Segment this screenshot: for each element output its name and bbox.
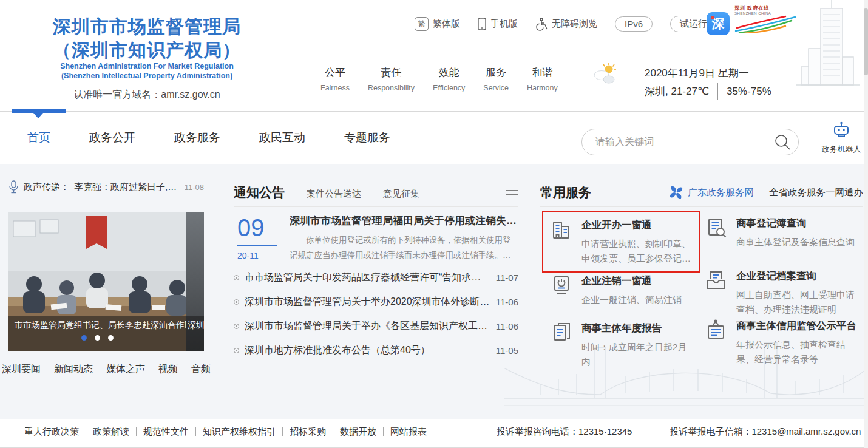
value-harmony: 和谐Harmony bbox=[527, 66, 558, 92]
app-icon-red-dot bbox=[711, 16, 714, 19]
tab-audio[interactable]: 音频 bbox=[191, 363, 211, 376]
gov-robot-button[interactable]: 政务机器人 bbox=[818, 121, 864, 155]
footer-link-ip-rights-guide[interactable]: 知识产权维权指引 bbox=[203, 426, 276, 438]
shenzhen-china-logo[interactable]: 深圳 政府在线 SHENZHEN CHINA bbox=[734, 5, 798, 36]
carousel-dot-2[interactable] bbox=[95, 335, 100, 341]
footer-link-site-report[interactable]: 网站报表 bbox=[390, 426, 427, 438]
main-content: 政声传递： 李克强：政府过紧日子,让群... 11-08 bbox=[0, 164, 868, 419]
notice-title[interactable]: 深圳市地方标准批准发布公告（总第40号） bbox=[245, 344, 490, 357]
footer-link-bidding[interactable]: 招标采购 bbox=[290, 426, 326, 438]
more-icon[interactable] bbox=[506, 188, 518, 198]
service-desc: 时间：成立周年之日起2月内 bbox=[581, 340, 695, 369]
service-enterprise-cancellation[interactable]: 企业注销一窗通 企业一般注销、简易注销 bbox=[549, 273, 695, 307]
traditional-label: 繁体版 bbox=[433, 18, 460, 30]
traditional-version-link[interactable]: 繁 繁体版 bbox=[415, 17, 460, 31]
featured-title[interactable]: 深圳市市场监督管理局福田局关于停用或注销失联... bbox=[290, 214, 518, 228]
core-values-row: 公平Fairness 责任Responsibility 效能Efficiency… bbox=[320, 66, 558, 92]
utility-bar: 繁 繁体版 手机版 无障碍浏览 IPv6 试运行 bbox=[415, 16, 717, 32]
bullet-icon bbox=[234, 324, 239, 329]
notice-title[interactable]: 市市场监管局关于印发药品医疗器械经营许可“告知承诺制... bbox=[245, 271, 490, 284]
mobile-label: 手机版 bbox=[490, 18, 518, 30]
notice-title[interactable]: 深圳市市场监督管理局关于举办《各区基层知识产权工作人... bbox=[245, 320, 490, 333]
nav-item-gov-info[interactable]: 政务公开 bbox=[89, 130, 135, 146]
ticker-date: 11-08 bbox=[185, 183, 204, 192]
service-title: 企业开办一窗通 bbox=[581, 219, 693, 232]
buildings-icon bbox=[549, 217, 574, 266]
footer-separator bbox=[282, 427, 283, 436]
tab-news-updates[interactable]: 新闻动态 bbox=[54, 363, 93, 376]
service-desc: 商事主体登记及备案信息查询 bbox=[736, 235, 855, 249]
tab-media-voice[interactable]: 媒体之声 bbox=[106, 363, 145, 376]
notices-header: 通知公告 案件公告送达 意见征集 bbox=[234, 184, 518, 201]
site-logo[interactable]: 深圳市市场监督管理局 （深圳市知识产权局） Shenzhen Administr… bbox=[10, 15, 284, 101]
search-icon[interactable] bbox=[774, 134, 791, 151]
notices-divider bbox=[234, 206, 518, 207]
accessibility-label: 无障碍浏览 bbox=[552, 18, 597, 30]
featured-day: 09 bbox=[237, 216, 290, 240]
footer-link-policy-interpretation[interactable]: 政策解读 bbox=[93, 426, 129, 438]
ipv6-badge[interactable]: IPv6 bbox=[615, 16, 653, 32]
service-registry-search[interactable]: 商事登记簿查询 商事主体登记及备案信息查询 bbox=[704, 216, 863, 249]
wheelchair-icon bbox=[535, 18, 548, 31]
tab-opinion-solicitation[interactable]: 意见征集 bbox=[383, 188, 419, 200]
notice-date: 11-07 bbox=[496, 273, 518, 283]
document-search-icon bbox=[704, 216, 728, 249]
weather-city-temp: 深圳, 21-27℃ bbox=[645, 83, 709, 100]
footer-link-open-data[interactable]: 数据开放 bbox=[340, 426, 376, 438]
footer-link-major-decisions[interactable]: 重大行政决策 bbox=[24, 426, 79, 438]
province-one-network-link[interactable]: 全省政务服务一网通办 bbox=[769, 186, 863, 199]
weather-humidity: 35%-75% bbox=[717, 83, 771, 100]
ticker-headline[interactable]: 李克强：政府过紧日子,让群... bbox=[74, 182, 180, 193]
featured-yearmonth: 20-11 bbox=[237, 251, 290, 260]
service-archive-search[interactable]: 企业登记档案查询 网上自助查档、网上受理申请查档、办理违法违规证明 bbox=[704, 268, 863, 317]
ishenzhen-app-icon[interactable]: 深 bbox=[707, 12, 730, 35]
carousel-caption[interactable]: 市市场监管局党组书记、局长李忠赴深汕合作区... bbox=[8, 316, 186, 331]
microphone-icon bbox=[8, 180, 19, 194]
footer-separator bbox=[195, 427, 196, 436]
scrollbar-thumb[interactable] bbox=[864, 8, 868, 75]
value-efficiency: 效能Efficiency bbox=[433, 66, 465, 92]
carousel-slide[interactable]: 市市场监管局党组书记、局长李忠赴深汕合作区... bbox=[8, 212, 186, 351]
carousel-dots bbox=[8, 335, 186, 341]
news-carousel[interactable]: 市市场监管局党组书记、局长李忠赴深汕合作区... 深圳市 bbox=[8, 212, 204, 351]
notice-row[interactable]: 深圳市市场监督管理管局关于举办2020深圳市体外诊断创新... 11-06 bbox=[234, 295, 518, 308]
mobile-version-link[interactable]: 手机版 bbox=[478, 18, 518, 30]
service-title: 商事登记簿查询 bbox=[736, 217, 855, 230]
nav-item-interaction[interactable]: 政民互动 bbox=[259, 130, 305, 146]
service-credit-platform[interactable]: 商事主体信用监管公示平台 年报公示信息、抽查检查结果、经营异常名录等 bbox=[704, 318, 863, 367]
carousel-dot-1[interactable] bbox=[81, 335, 87, 341]
service-annual-report[interactable]: 商事主体年度报告 时间：成立周年之日起2月内 bbox=[549, 321, 695, 369]
notice-title[interactable]: 深圳市市场监督管理管局关于举办2020深圳市体外诊断创新... bbox=[245, 296, 490, 308]
scrollbar-track[interactable] bbox=[864, 0, 868, 448]
service-desc: 企业一般注销、简易注销 bbox=[581, 293, 682, 307]
service-desc: 年报公示信息、抽查检查结果、经营异常名录等 bbox=[736, 338, 863, 367]
notice-date: 11-06 bbox=[496, 297, 518, 307]
search-box[interactable] bbox=[581, 129, 799, 155]
accessibility-link[interactable]: 无障碍浏览 bbox=[535, 18, 597, 31]
notices-title[interactable]: 通知公告 bbox=[234, 184, 285, 201]
tab-video[interactable]: 视频 bbox=[158, 363, 178, 376]
tab-case-announcements[interactable]: 案件公告送达 bbox=[307, 188, 361, 200]
official-domain-note: 认准唯一官方域名：amr.sz.gov.cn bbox=[10, 89, 284, 101]
nav-item-gov-services[interactable]: 政务服务 bbox=[174, 130, 220, 146]
search-input[interactable] bbox=[594, 136, 774, 148]
notice-row[interactable]: 深圳市市场监督管理局关于举办《各区基层知识产权工作人... 11-06 bbox=[234, 319, 518, 333]
value-service: 服务Service bbox=[483, 66, 509, 92]
page: 深圳市市场监督管理局 （深圳市知识产权局） Shenzhen Administr… bbox=[0, 0, 868, 448]
featured-notice[interactable]: 09 20-11 深圳市市场监督管理局福田局关于停用或注销失联... 你单位使用… bbox=[234, 214, 518, 263]
footer-link-normative-documents[interactable]: 规范性文件 bbox=[143, 426, 189, 438]
footer-separator bbox=[86, 427, 86, 436]
nav-item-home[interactable]: 首页 bbox=[27, 130, 50, 146]
nav-item-special-services[interactable]: 专题服务 bbox=[344, 130, 390, 146]
service-enterprise-opening[interactable]: 企业开办一窗通 申请营业执照、刻制印章、申领发票、员工参保登记、公积金... bbox=[542, 211, 700, 273]
tab-shenzhen-news[interactable]: 深圳要闻 bbox=[2, 363, 41, 376]
carousel-dot-3[interactable] bbox=[108, 335, 114, 341]
voice-ticker: 政声传递： 李克强：政府过紧日子,让群... 11-08 bbox=[8, 180, 204, 194]
carousel-next-slide-peek[interactable]: 深圳市 bbox=[186, 212, 204, 351]
notice-row[interactable]: 市市场监管局关于印发药品医疗器械经营许可“告知承诺制... 11-07 bbox=[234, 271, 518, 284]
gd-gov-service-link[interactable]: 广东政务服务网 bbox=[688, 186, 754, 199]
services-divider bbox=[540, 206, 863, 207]
site-title-en-2: (Shenzhen Intellectual Property Administ… bbox=[10, 72, 284, 81]
notice-row[interactable]: 深圳市地方标准批准发布公告（总第40号） 11-05 bbox=[234, 344, 518, 357]
service-title: 企业登记档案查询 bbox=[736, 270, 863, 283]
